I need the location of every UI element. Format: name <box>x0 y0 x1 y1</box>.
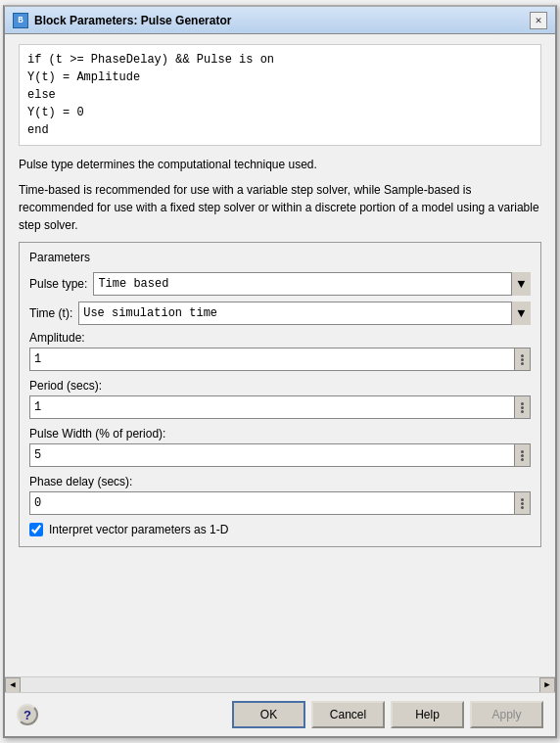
help-button[interactable]: Help <box>391 701 464 728</box>
cancel-button[interactable]: Cancel <box>311 701 385 728</box>
amplitude-label: Amplitude: <box>29 331 531 345</box>
time-label: Time (t): <box>29 306 72 320</box>
pulse-width-label: Pulse Width (% of period): <box>29 427 531 441</box>
scrollable-content: if (t >= PhaseDelay) && Pulse is on Y(t)… <box>5 34 555 676</box>
description1: Pulse type determines the computational … <box>19 156 541 173</box>
title-bar-left: B Block Parameters: Pulse Generator <box>13 13 231 28</box>
period-input-row <box>29 395 531 419</box>
title-bar: B Block Parameters: Pulse Generator ✕ <box>5 7 555 34</box>
pulse-width-input-row <box>29 443 531 467</box>
code-line4: Y(t) = 0 <box>27 104 533 121</box>
dot2 <box>521 502 524 505</box>
description2: Time-based is recommended for use with a… <box>19 181 541 234</box>
checkbox-row: Interpret vector parameters as 1-D <box>29 523 531 536</box>
dialog-title: Block Parameters: Pulse Generator <box>34 14 231 27</box>
dot1 <box>521 354 524 357</box>
period-field: Period (secs): <box>29 379 531 419</box>
time-row: Time (t): Use simulation time Use extern… <box>29 302 531 325</box>
vector-params-checkbox[interactable] <box>29 523 43 536</box>
hscroll-left-button[interactable]: ◀ <box>5 677 21 693</box>
code-block: if (t >= PhaseDelay) && Pulse is on Y(t)… <box>19 44 541 146</box>
horizontal-scrollbar: ◀ ▶ <box>5 676 555 692</box>
dot3 <box>521 458 524 461</box>
pulse-type-select[interactable]: Time based Sample based <box>93 272 531 296</box>
amplitude-input-row <box>29 348 531 371</box>
pulse-type-select-wrapper: Time based Sample based ▼ <box>93 272 531 296</box>
dot2 <box>521 358 524 361</box>
time-select-wrapper: Use simulation time Use external signal … <box>78 302 531 325</box>
pulse-type-row: Pulse type: Time based Sample based ▼ <box>29 272 531 296</box>
dot1 <box>521 498 524 501</box>
dot1 <box>521 402 524 405</box>
code-line5: end <box>27 121 533 139</box>
dot2 <box>521 406 524 409</box>
close-button[interactable]: ✕ <box>530 12 547 29</box>
pulse-width-field: Pulse Width (% of period): <box>29 427 531 467</box>
phase-delay-input-row <box>29 491 531 515</box>
dot1 <box>521 450 524 453</box>
content-area: if (t >= PhaseDelay) && Pulse is on Y(t)… <box>5 34 555 692</box>
period-input[interactable] <box>29 395 515 419</box>
hscroll-right-button[interactable]: ▶ <box>539 677 555 693</box>
phase-delay-field: Phase delay (secs): <box>29 475 531 515</box>
apply-button[interactable]: Apply <box>470 701 543 728</box>
footer-left: ? <box>17 704 38 725</box>
footer: ? OK Cancel Help Apply <box>5 692 555 736</box>
checkbox-label: Interpret vector parameters as 1-D <box>49 523 228 536</box>
period-label: Period (secs): <box>29 379 531 393</box>
amplitude-input[interactable] <box>29 348 515 371</box>
window-icon: B <box>13 13 28 28</box>
dot3 <box>521 410 524 413</box>
pulse-type-label: Pulse type: <box>29 277 87 291</box>
code-line1: if (t >= PhaseDelay) && Pulse is on <box>27 51 533 69</box>
parameters-group: Parameters Pulse type: Time based Sample… <box>19 242 541 547</box>
hscroll-track[interactable] <box>21 677 539 693</box>
phase-delay-label: Phase delay (secs): <box>29 475 531 488</box>
pulse-width-input[interactable] <box>29 443 515 467</box>
amplitude-field: Amplitude: <box>29 331 531 371</box>
help-icon-button[interactable]: ? <box>17 704 38 725</box>
phase-delay-input[interactable] <box>29 491 515 515</box>
parameters-label: Parameters <box>29 251 531 264</box>
footer-buttons: OK Cancel Help Apply <box>232 701 543 728</box>
period-menu-button[interactable] <box>515 395 531 419</box>
dialog-window: B Block Parameters: Pulse Generator ✕ if… <box>3 5 557 738</box>
pulse-width-menu-button[interactable] <box>515 443 531 467</box>
time-select[interactable]: Use simulation time Use external signal <box>78 302 531 325</box>
code-line3: else <box>27 86 533 104</box>
dot3 <box>521 506 524 509</box>
phase-delay-menu-button[interactable] <box>515 491 531 515</box>
dot2 <box>521 454 524 457</box>
dot3 <box>521 362 524 365</box>
ok-button[interactable]: OK <box>232 701 305 728</box>
amplitude-menu-button[interactable] <box>515 348 531 371</box>
code-line2: Y(t) = Amplitude <box>27 69 533 86</box>
